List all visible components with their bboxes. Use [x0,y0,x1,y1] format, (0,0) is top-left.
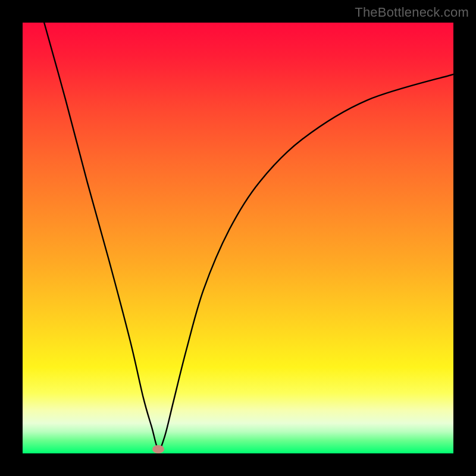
watermark-text: TheBottleneck.com [355,5,469,20]
chart-container: TheBottleneck.com [0,0,476,476]
plot-background-gradient [23,23,453,453]
optimal-point-marker [152,445,164,453]
